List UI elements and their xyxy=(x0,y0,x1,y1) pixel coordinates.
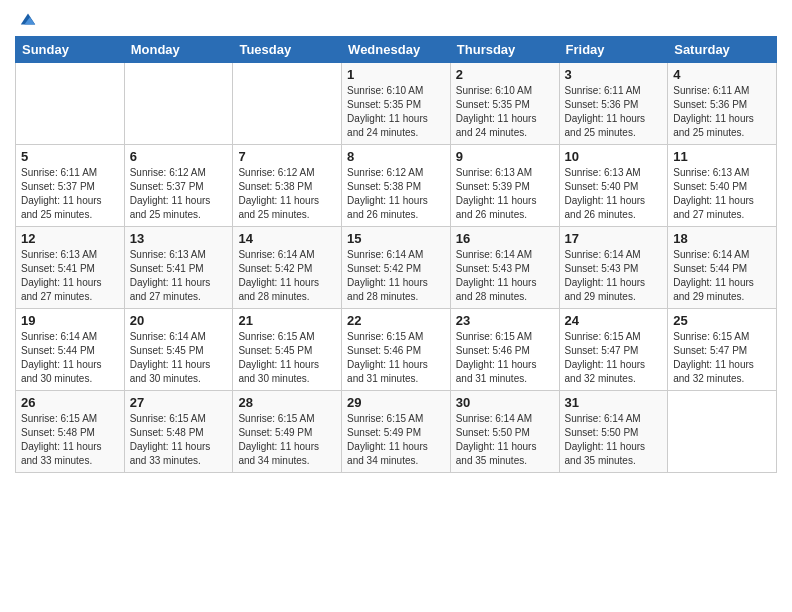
calendar-cell: 24Sunrise: 6:15 AM Sunset: 5:47 PM Dayli… xyxy=(559,309,668,391)
calendar-cell: 3Sunrise: 6:11 AM Sunset: 5:36 PM Daylig… xyxy=(559,63,668,145)
calendar-cell xyxy=(124,63,233,145)
calendar-cell: 26Sunrise: 6:15 AM Sunset: 5:48 PM Dayli… xyxy=(16,391,125,473)
calendar-week-3: 19Sunrise: 6:14 AM Sunset: 5:44 PM Dayli… xyxy=(16,309,777,391)
day-number: 2 xyxy=(456,67,554,82)
day-info: Sunrise: 6:14 AM Sunset: 5:42 PM Dayligh… xyxy=(238,248,336,304)
calendar-cell xyxy=(16,63,125,145)
day-number: 28 xyxy=(238,395,336,410)
weekday-header-monday: Monday xyxy=(124,37,233,63)
calendar-cell: 10Sunrise: 6:13 AM Sunset: 5:40 PM Dayli… xyxy=(559,145,668,227)
day-number: 23 xyxy=(456,313,554,328)
day-info: Sunrise: 6:15 AM Sunset: 5:47 PM Dayligh… xyxy=(673,330,771,386)
day-number: 22 xyxy=(347,313,445,328)
calendar-week-1: 5Sunrise: 6:11 AM Sunset: 5:37 PM Daylig… xyxy=(16,145,777,227)
weekday-header-friday: Friday xyxy=(559,37,668,63)
day-info: Sunrise: 6:15 AM Sunset: 5:49 PM Dayligh… xyxy=(238,412,336,468)
day-info: Sunrise: 6:10 AM Sunset: 5:35 PM Dayligh… xyxy=(456,84,554,140)
day-info: Sunrise: 6:12 AM Sunset: 5:38 PM Dayligh… xyxy=(238,166,336,222)
calendar-cell: 23Sunrise: 6:15 AM Sunset: 5:46 PM Dayli… xyxy=(450,309,559,391)
day-info: Sunrise: 6:14 AM Sunset: 5:50 PM Dayligh… xyxy=(456,412,554,468)
day-number: 17 xyxy=(565,231,663,246)
day-number: 5 xyxy=(21,149,119,164)
day-number: 27 xyxy=(130,395,228,410)
day-number: 21 xyxy=(238,313,336,328)
day-info: Sunrise: 6:13 AM Sunset: 5:41 PM Dayligh… xyxy=(130,248,228,304)
day-info: Sunrise: 6:15 AM Sunset: 5:49 PM Dayligh… xyxy=(347,412,445,468)
day-number: 29 xyxy=(347,395,445,410)
weekday-header-sunday: Sunday xyxy=(16,37,125,63)
calendar-cell: 29Sunrise: 6:15 AM Sunset: 5:49 PM Dayli… xyxy=(342,391,451,473)
logo-icon xyxy=(19,10,37,28)
calendar-cell: 15Sunrise: 6:14 AM Sunset: 5:42 PM Dayli… xyxy=(342,227,451,309)
day-number: 31 xyxy=(565,395,663,410)
calendar-cell: 27Sunrise: 6:15 AM Sunset: 5:48 PM Dayli… xyxy=(124,391,233,473)
weekday-header-thursday: Thursday xyxy=(450,37,559,63)
calendar-cell: 8Sunrise: 6:12 AM Sunset: 5:38 PM Daylig… xyxy=(342,145,451,227)
day-info: Sunrise: 6:13 AM Sunset: 5:40 PM Dayligh… xyxy=(673,166,771,222)
day-number: 9 xyxy=(456,149,554,164)
calendar-cell: 5Sunrise: 6:11 AM Sunset: 5:37 PM Daylig… xyxy=(16,145,125,227)
day-number: 6 xyxy=(130,149,228,164)
day-number: 1 xyxy=(347,67,445,82)
day-number: 26 xyxy=(21,395,119,410)
calendar-week-2: 12Sunrise: 6:13 AM Sunset: 5:41 PM Dayli… xyxy=(16,227,777,309)
day-info: Sunrise: 6:11 AM Sunset: 5:37 PM Dayligh… xyxy=(21,166,119,222)
day-info: Sunrise: 6:14 AM Sunset: 5:50 PM Dayligh… xyxy=(565,412,663,468)
day-info: Sunrise: 6:14 AM Sunset: 5:42 PM Dayligh… xyxy=(347,248,445,304)
day-number: 7 xyxy=(238,149,336,164)
page: SundayMondayTuesdayWednesdayThursdayFrid… xyxy=(0,0,792,612)
day-info: Sunrise: 6:12 AM Sunset: 5:38 PM Dayligh… xyxy=(347,166,445,222)
day-info: Sunrise: 6:11 AM Sunset: 5:36 PM Dayligh… xyxy=(673,84,771,140)
day-info: Sunrise: 6:15 AM Sunset: 5:48 PM Dayligh… xyxy=(130,412,228,468)
calendar-cell: 25Sunrise: 6:15 AM Sunset: 5:47 PM Dayli… xyxy=(668,309,777,391)
day-info: Sunrise: 6:14 AM Sunset: 5:43 PM Dayligh… xyxy=(456,248,554,304)
calendar-cell: 9Sunrise: 6:13 AM Sunset: 5:39 PM Daylig… xyxy=(450,145,559,227)
calendar-cell: 11Sunrise: 6:13 AM Sunset: 5:40 PM Dayli… xyxy=(668,145,777,227)
day-number: 30 xyxy=(456,395,554,410)
calendar-cell: 4Sunrise: 6:11 AM Sunset: 5:36 PM Daylig… xyxy=(668,63,777,145)
weekday-header-tuesday: Tuesday xyxy=(233,37,342,63)
calendar-cell: 6Sunrise: 6:12 AM Sunset: 5:37 PM Daylig… xyxy=(124,145,233,227)
day-info: Sunrise: 6:10 AM Sunset: 5:35 PM Dayligh… xyxy=(347,84,445,140)
calendar-cell: 1Sunrise: 6:10 AM Sunset: 5:35 PM Daylig… xyxy=(342,63,451,145)
calendar-week-4: 26Sunrise: 6:15 AM Sunset: 5:48 PM Dayli… xyxy=(16,391,777,473)
day-info: Sunrise: 6:13 AM Sunset: 5:40 PM Dayligh… xyxy=(565,166,663,222)
calendar-cell: 12Sunrise: 6:13 AM Sunset: 5:41 PM Dayli… xyxy=(16,227,125,309)
day-number: 16 xyxy=(456,231,554,246)
day-info: Sunrise: 6:15 AM Sunset: 5:46 PM Dayligh… xyxy=(347,330,445,386)
day-info: Sunrise: 6:15 AM Sunset: 5:45 PM Dayligh… xyxy=(238,330,336,386)
calendar-cell: 16Sunrise: 6:14 AM Sunset: 5:43 PM Dayli… xyxy=(450,227,559,309)
weekday-header-wednesday: Wednesday xyxy=(342,37,451,63)
day-number: 3 xyxy=(565,67,663,82)
day-number: 20 xyxy=(130,313,228,328)
calendar-cell: 17Sunrise: 6:14 AM Sunset: 5:43 PM Dayli… xyxy=(559,227,668,309)
day-info: Sunrise: 6:12 AM Sunset: 5:37 PM Dayligh… xyxy=(130,166,228,222)
day-info: Sunrise: 6:14 AM Sunset: 5:43 PM Dayligh… xyxy=(565,248,663,304)
day-info: Sunrise: 6:15 AM Sunset: 5:48 PM Dayligh… xyxy=(21,412,119,468)
calendar-cell: 19Sunrise: 6:14 AM Sunset: 5:44 PM Dayli… xyxy=(16,309,125,391)
calendar-cell: 2Sunrise: 6:10 AM Sunset: 5:35 PM Daylig… xyxy=(450,63,559,145)
logo xyxy=(15,10,37,28)
day-info: Sunrise: 6:11 AM Sunset: 5:36 PM Dayligh… xyxy=(565,84,663,140)
calendar-cell: 20Sunrise: 6:14 AM Sunset: 5:45 PM Dayli… xyxy=(124,309,233,391)
calendar-week-0: 1Sunrise: 6:10 AM Sunset: 5:35 PM Daylig… xyxy=(16,63,777,145)
calendar-cell xyxy=(233,63,342,145)
calendar: SundayMondayTuesdayWednesdayThursdayFrid… xyxy=(15,36,777,473)
weekday-header-row: SundayMondayTuesdayWednesdayThursdayFrid… xyxy=(16,37,777,63)
weekday-header-saturday: Saturday xyxy=(668,37,777,63)
day-number: 13 xyxy=(130,231,228,246)
calendar-cell: 7Sunrise: 6:12 AM Sunset: 5:38 PM Daylig… xyxy=(233,145,342,227)
day-number: 14 xyxy=(238,231,336,246)
day-number: 19 xyxy=(21,313,119,328)
calendar-cell: 21Sunrise: 6:15 AM Sunset: 5:45 PM Dayli… xyxy=(233,309,342,391)
day-number: 4 xyxy=(673,67,771,82)
day-info: Sunrise: 6:14 AM Sunset: 5:44 PM Dayligh… xyxy=(21,330,119,386)
day-info: Sunrise: 6:15 AM Sunset: 5:46 PM Dayligh… xyxy=(456,330,554,386)
day-number: 25 xyxy=(673,313,771,328)
header xyxy=(15,10,777,28)
day-number: 11 xyxy=(673,149,771,164)
calendar-cell xyxy=(668,391,777,473)
day-number: 15 xyxy=(347,231,445,246)
day-number: 18 xyxy=(673,231,771,246)
day-info: Sunrise: 6:13 AM Sunset: 5:41 PM Dayligh… xyxy=(21,248,119,304)
